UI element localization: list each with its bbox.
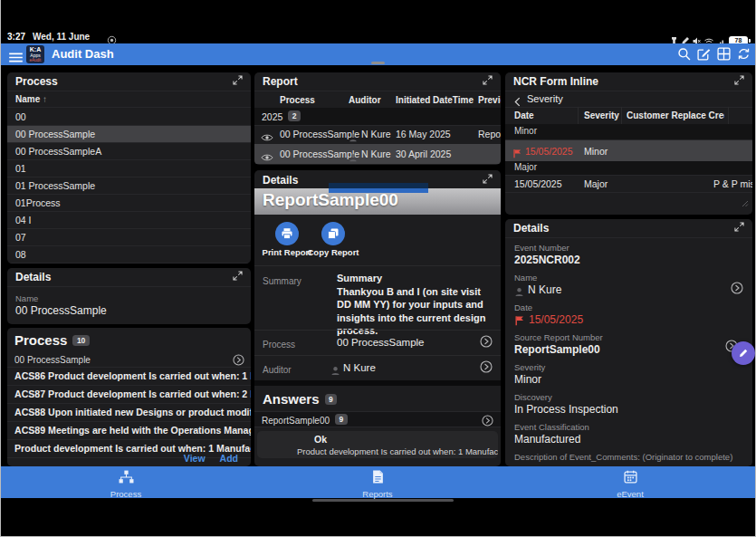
clock: 3:27 bbox=[7, 32, 25, 42]
expand-icon[interactable] bbox=[233, 271, 243, 283]
severity-label: Severity bbox=[514, 362, 545, 372]
print-report-button[interactable] bbox=[275, 222, 299, 245]
answer-status: Ok bbox=[314, 434, 327, 445]
expand-icon[interactable] bbox=[734, 75, 744, 88]
person-icon bbox=[349, 149, 358, 165]
col-severity[interactable]: Severity bbox=[584, 110, 619, 120]
nav-item-reports[interactable]: Reports bbox=[337, 470, 418, 499]
report-initiated-cell: 30 April 2025 bbox=[396, 149, 451, 159]
ncr-row-major[interactable]: 15/05/2025 Major P & P misali bbox=[505, 176, 752, 193]
process-row[interactable]: 01 bbox=[7, 160, 251, 177]
ncr-back-row[interactable]: Severity bbox=[505, 91, 752, 108]
status-date: Wed, 11 June bbox=[33, 32, 90, 42]
process-row[interactable]: 00 bbox=[7, 109, 251, 126]
ncr-severity-cell: Major bbox=[584, 178, 608, 189]
add-link[interactable]: Add bbox=[220, 453, 238, 464]
battery-tip bbox=[749, 39, 751, 43]
edit-fab-button[interactable] bbox=[732, 341, 755, 365]
ncr-row-minor-selected[interactable]: 15/05/2025 Minor bbox=[505, 140, 752, 161]
answer-group-count-badge: 9 bbox=[335, 414, 348, 425]
process-field-value: 00 ProcessSample bbox=[337, 337, 425, 348]
report-auditor-cell: N Kure bbox=[361, 129, 391, 139]
column-header-name[interactable]: Name ↑ bbox=[7, 91, 251, 108]
chevron-circle-icon[interactable] bbox=[480, 360, 493, 377]
report-initiated-cell: 16 May 2025 bbox=[396, 129, 451, 139]
home-indicator[interactable] bbox=[312, 499, 454, 502]
process-row[interactable]: 07 bbox=[7, 229, 251, 246]
checklist-item[interactable]: ACS87 Product development Is carried out… bbox=[7, 385, 251, 403]
report-document-icon bbox=[337, 470, 418, 487]
grid-view-icon[interactable] bbox=[717, 47, 731, 64]
checklist-heading: Process10 bbox=[14, 332, 90, 348]
ncr-date-cell: 15/05/2025 bbox=[514, 178, 562, 189]
nav-item-eevent[interactable]: eEvent bbox=[589, 470, 671, 499]
col-auditor[interactable]: Auditor bbox=[349, 95, 381, 105]
process-row-selected[interactable]: 00 ProcessSample bbox=[7, 126, 251, 143]
col-previous[interactable]: Previous bbox=[478, 95, 501, 105]
chevron-circle-icon[interactable] bbox=[731, 282, 743, 298]
printer-icon bbox=[281, 227, 293, 240]
source-report-number-label: Source Report Number bbox=[514, 332, 603, 342]
name-value: N Kure bbox=[528, 283, 561, 296]
nav-item-process[interactable]: Process bbox=[85, 470, 167, 499]
bottom-navigation: Process Reports eEvent bbox=[0, 466, 756, 498]
answers-count-badge: 9 bbox=[325, 394, 338, 405]
process-field-label: Process bbox=[263, 340, 295, 350]
col-process[interactable]: Process bbox=[280, 95, 315, 105]
name-field-value: 00 ProcessSample bbox=[15, 304, 107, 317]
expand-icon[interactable] bbox=[734, 222, 744, 235]
process-row[interactable]: 01Process bbox=[7, 195, 251, 212]
checklist-parent-row[interactable]: 00 ProcessSample bbox=[14, 355, 231, 365]
checklist-item[interactable]: ACS88 Upon initiated new Designs or prod… bbox=[7, 403, 251, 421]
col-initiated-datetime[interactable]: Initiated DateTime bbox=[396, 95, 474, 105]
resize-handle-icon[interactable] bbox=[742, 195, 749, 211]
expand-icon[interactable] bbox=[483, 174, 493, 187]
ncr-group-major[interactable]: Major bbox=[505, 161, 752, 176]
expand-icon[interactable] bbox=[233, 75, 243, 88]
report-panel-title: Report bbox=[263, 75, 298, 88]
count-badge: 10 bbox=[72, 335, 89, 346]
ncr-group-minor[interactable]: Minor bbox=[505, 124, 752, 140]
eye-icon[interactable] bbox=[261, 149, 273, 165]
nav-reports-label: Reports bbox=[337, 489, 418, 499]
process-checklist-panel: Process10 00 ProcessSample ACS86 Product… bbox=[7, 328, 251, 466]
report-row[interactable]: 00 ProcessSample N Kure 16 May 2025 Repo… bbox=[254, 125, 501, 145]
copy-report-button[interactable] bbox=[321, 222, 345, 245]
checklist-item[interactable]: ACS86 Product development Is carried out… bbox=[7, 367, 251, 385]
process-row[interactable]: 01 ProcessSample bbox=[7, 177, 251, 195]
col-customer-replace-credit[interactable]: Customer Replace Credi... bbox=[627, 110, 724, 120]
report-row-selected[interactable]: 00 ProcessSample N Kure 30 April 2025 bbox=[254, 144, 501, 164]
answer-card[interactable]: Ok Product development Is carried out wh… bbox=[257, 431, 498, 458]
answer-group-row[interactable]: ReportSample009 bbox=[254, 411, 501, 427]
auditor-field-value: N Kure bbox=[343, 362, 376, 373]
chevron-circle-icon[interactable] bbox=[480, 335, 493, 351]
search-icon[interactable] bbox=[677, 47, 691, 64]
name-label: Name bbox=[514, 273, 537, 283]
report-banner-title: ReportSample00 bbox=[263, 190, 398, 210]
col-date[interactable]: Date bbox=[514, 110, 534, 120]
chevron-circle-icon[interactable] bbox=[482, 414, 493, 430]
description-of-event-label: Description of Event_Comments: (Originat… bbox=[514, 452, 748, 462]
details-panel-title: Details bbox=[513, 222, 549, 235]
hamburger-menu-icon[interactable] bbox=[8, 50, 24, 66]
process-row[interactable]: 00 ProcessSampleA bbox=[7, 143, 251, 160]
calendar-icon bbox=[589, 470, 671, 487]
process-row[interactable]: 08 bbox=[7, 246, 251, 264]
event-details-panel: Details Event Number 2025NCR002 Name N K… bbox=[505, 219, 752, 466]
app-logo: K:A Apps eAudit bbox=[26, 45, 44, 63]
expand-icon[interactable] bbox=[483, 75, 493, 88]
compose-icon[interactable] bbox=[697, 47, 711, 64]
event-classification-value: Manufactured bbox=[514, 433, 580, 446]
copy-icon bbox=[327, 227, 340, 240]
process-row[interactable]: 04 I bbox=[7, 212, 251, 229]
view-link[interactable]: View bbox=[184, 453, 206, 464]
report-group-row[interactable]: 20252 bbox=[254, 108, 501, 126]
event-classification-label: Event Classification bbox=[514, 422, 589, 432]
ncr-customer-cell: P & P misali bbox=[713, 178, 752, 189]
sync-icon[interactable] bbox=[737, 47, 751, 64]
window-drag-handle[interactable] bbox=[371, 62, 385, 64]
nav-eevent-label: eEvent bbox=[589, 489, 671, 499]
name-field-label: Name bbox=[15, 293, 38, 303]
process-flow-icon bbox=[85, 470, 167, 487]
checklist-item[interactable]: ACS89 Meetings are held with the Operati… bbox=[7, 421, 251, 439]
